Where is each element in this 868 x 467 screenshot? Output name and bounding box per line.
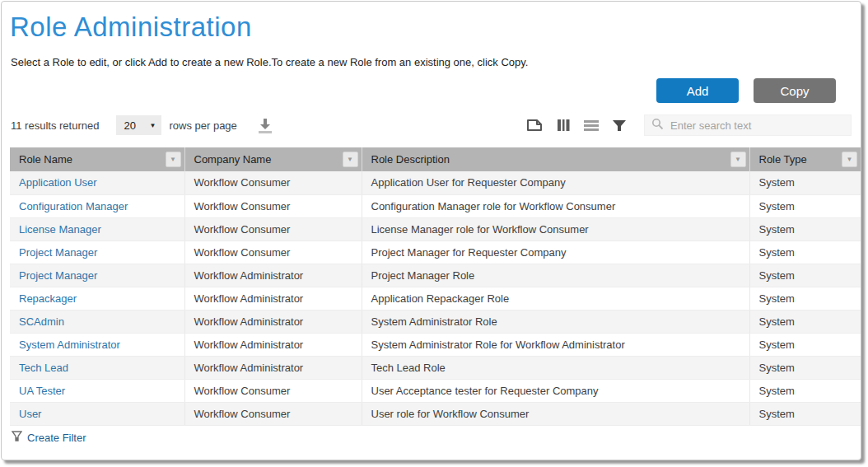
column-chooser-icon[interactable] [556, 118, 571, 133]
column-header-label: Company Name [194, 153, 272, 166]
role-name-link[interactable]: License Manager [19, 223, 101, 236]
role-name-cell: User [10, 402, 184, 425]
column-header-role-name[interactable]: Role Name▼ [10, 147, 184, 171]
page-subtitle: Select a Role to edit, or click Add to c… [11, 56, 861, 68]
table-body: Application UserWorkflow ConsumerApplica… [10, 171, 861, 425]
role-name-link[interactable]: UA Tester [19, 385, 65, 397]
search-input[interactable] [670, 119, 844, 132]
role-name-cell: UA Tester [10, 379, 184, 402]
role-name-link[interactable]: Tech Lead [19, 362, 68, 374]
role-description-cell: User Acceptance tester for Requester Com… [362, 379, 749, 402]
rows-per-page-select[interactable]: 20 ▼ [116, 115, 161, 135]
role-description-cell: License Manager role for Workflow Consum… [362, 217, 749, 241]
table-header-row: Role Name▼ Company Name▼ Role Descriptio… [10, 147, 861, 171]
company-name-cell: Workflow Administrator [184, 264, 362, 287]
role-description-cell: Configuration Manager role for Workflow … [362, 194, 749, 217]
column-dropdown-icon[interactable]: ▼ [343, 152, 358, 167]
role-name-cell: Project Manager [10, 241, 184, 264]
column-dropdown-icon[interactable]: ▼ [842, 152, 857, 167]
toolbar-left: 11 results returned 20 ▼ rows per page [11, 115, 274, 135]
role-type-cell: System [749, 241, 861, 264]
role-name-link[interactable]: Configuration Manager [19, 200, 128, 212]
role-name-link[interactable]: Project Manager [19, 246, 97, 259]
company-name-cell: Workflow Consumer [184, 241, 362, 264]
role-description-cell: Application Repackager Role [362, 287, 749, 310]
add-button[interactable]: Add [656, 78, 739, 103]
role-type-cell: System [749, 310, 861, 333]
role-type-cell: System [749, 264, 861, 287]
role-name-link[interactable]: Project Manager [19, 269, 97, 282]
table-row: Application UserWorkflow ConsumerApplica… [10, 171, 861, 194]
chevron-down-icon: ▼ [150, 122, 156, 129]
role-type-cell: System [749, 333, 861, 356]
role-name-cell: License Manager [10, 217, 184, 241]
page-icon[interactable] [525, 118, 544, 133]
action-buttons: Add Copy [2, 78, 836, 103]
role-description-cell: User role for Workflow Consumer [362, 402, 749, 425]
role-name-link[interactable]: Repackager [19, 292, 77, 305]
row-lines-icon[interactable] [583, 119, 600, 132]
role-description-cell: Project Manager Role [362, 264, 749, 287]
role-name-link[interactable]: User [19, 408, 41, 420]
table-row: System AdministratorWorkflow Administrat… [10, 333, 861, 356]
role-name-link[interactable]: Application User [19, 176, 97, 189]
company-name-cell: Workflow Administrator [184, 287, 362, 310]
rows-per-page-label: rows per page [169, 119, 236, 132]
column-header-role-type[interactable]: Role Type▼ [749, 147, 861, 171]
table-row: RepackagerWorkflow AdministratorApplicat… [10, 287, 861, 310]
page-title: Role Administration [10, 12, 861, 43]
column-header-role-description[interactable]: Role Description▼ [362, 147, 749, 171]
column-header-label: Role Description [371, 153, 450, 166]
company-name-cell: Workflow Consumer [184, 402, 362, 425]
rows-per-page-value: 20 [124, 119, 135, 132]
column-dropdown-icon[interactable]: ▼ [730, 152, 746, 167]
company-name-cell: Workflow Consumer [184, 194, 362, 217]
role-description-cell: Tech Lead Role [362, 356, 749, 379]
column-dropdown-icon[interactable]: ▼ [166, 152, 181, 167]
create-filter-label: Create Filter [27, 432, 86, 444]
table-row: Tech LeadWorkflow AdministratorTech Lead… [10, 356, 861, 379]
role-description-cell: Application User for Requester Company [362, 171, 749, 194]
role-name-cell: Configuration Manager [10, 194, 184, 217]
role-type-cell: System [749, 194, 861, 217]
company-name-cell: Workflow Administrator [184, 333, 362, 356]
table-row: UserWorkflow ConsumerUser role for Workf… [10, 402, 861, 425]
role-description-cell: Project Manager for Requester Company [362, 241, 749, 264]
filter-icon[interactable] [612, 119, 627, 133]
table-row: UA TesterWorkflow ConsumerUser Acceptanc… [10, 379, 861, 402]
table-row: License ManagerWorkflow ConsumerLicense … [10, 217, 861, 241]
table-row: Configuration ManagerWorkflow ConsumerCo… [10, 194, 861, 217]
download-icon[interactable] [256, 117, 274, 134]
company-name-cell: Workflow Consumer [184, 171, 362, 194]
role-type-cell: System [749, 379, 861, 402]
column-header-label: Role Name [19, 153, 72, 166]
role-name-link[interactable]: System Administrator [19, 339, 120, 351]
role-type-cell: System [749, 356, 861, 379]
search-box [644, 114, 852, 136]
company-name-cell: Workflow Administrator [184, 356, 362, 379]
table-row: Project ManagerWorkflow AdministratorPro… [10, 264, 861, 287]
role-description-cell: System Administrator Role [362, 310, 749, 333]
company-name-cell: Workflow Consumer [184, 379, 362, 402]
role-administration-panel: Role Administration Select a Role to edi… [1, 1, 861, 460]
column-header-label: Role Type [759, 153, 807, 166]
toolbar-right [525, 114, 852, 136]
role-name-cell: System Administrator [10, 333, 184, 356]
grid-toolbar: 11 results returned 20 ▼ rows per page [11, 114, 852, 137]
role-name-cell: Application User [10, 171, 184, 194]
copy-button[interactable]: Copy [754, 78, 836, 103]
role-description-cell: System Administrator Role for Workflow A… [362, 333, 749, 356]
company-name-cell: Workflow Administrator [184, 310, 362, 333]
role-type-cell: System [749, 171, 861, 194]
company-name-cell: Workflow Consumer [184, 217, 362, 241]
results-count: 11 results returned [11, 119, 99, 132]
create-filter-link[interactable]: Create Filter [12, 431, 86, 445]
column-header-company-name[interactable]: Company Name▼ [184, 147, 362, 171]
role-name-cell: SCAdmin [10, 310, 184, 333]
search-icon [651, 118, 664, 133]
role-name-cell: Repackager [10, 287, 184, 310]
roles-table: Role Name▼ Company Name▼ Role Descriptio… [10, 147, 861, 426]
role-type-cell: System [749, 217, 861, 241]
role-name-link[interactable]: SCAdmin [19, 315, 64, 328]
role-type-cell: System [749, 287, 861, 310]
